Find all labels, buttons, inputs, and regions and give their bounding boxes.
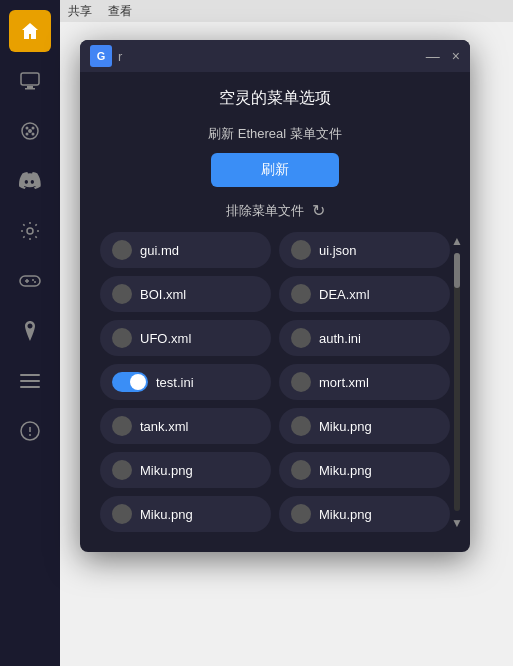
dialog-titlebar: G r — ×	[80, 40, 470, 72]
top-menubar: 共享 查看	[60, 0, 513, 22]
svg-point-20	[29, 434, 31, 436]
toggle-auth-ini[interactable]	[291, 328, 311, 348]
file-item-ufo-xml[interactable]: UFO.xml	[100, 320, 271, 356]
file-item-auth-ini[interactable]: auth.ini	[279, 320, 450, 356]
svg-point-8	[28, 129, 32, 133]
file-name-test-ini: test.ini	[156, 375, 194, 390]
file-name-miku-png-1: Miku.png	[319, 419, 372, 434]
scroll-up-arrow[interactable]: ▲	[451, 232, 463, 250]
reload-icon[interactable]: ↻	[312, 201, 325, 220]
refresh-section-label: 刷新 Ethereal 菜单文件	[100, 125, 450, 143]
file-item-miku-png-2[interactable]: Miku.png	[100, 452, 271, 488]
settings-icon[interactable]	[9, 210, 51, 252]
close-button[interactable]: ×	[452, 49, 460, 63]
gamepad-icon[interactable]	[9, 260, 51, 302]
toggle-miku-png-1[interactable]	[291, 416, 311, 436]
palette-icon[interactable]	[9, 110, 51, 152]
discord-icon[interactable]	[9, 160, 51, 202]
file-item-miku-png-5[interactable]: Miku.png	[279, 496, 450, 532]
toggle-mort-xml[interactable]	[291, 372, 311, 392]
refresh-button[interactable]: 刷新	[211, 153, 339, 187]
file-item-mort-xml[interactable]: mort.xml	[279, 364, 450, 400]
file-name-auth-ini: auth.ini	[319, 331, 361, 346]
dialog-title-area: G r	[90, 45, 122, 67]
home-icon[interactable]	[9, 10, 51, 52]
menu-share[interactable]: 共享	[68, 3, 92, 20]
file-name-ui-json: ui.json	[319, 243, 357, 258]
file-name-miku-png-2: Miku.png	[140, 463, 193, 478]
svg-point-14	[34, 281, 36, 283]
toggle-gui-md[interactable]	[112, 240, 132, 260]
scroll-track	[454, 253, 460, 511]
file-name-dea-xml: DEA.xml	[319, 287, 370, 302]
toggle-ui-json[interactable]	[291, 240, 311, 260]
file-item-miku-png-1[interactable]: Miku.png	[279, 408, 450, 444]
taskbar	[0, 0, 60, 666]
dialog-overlay: G r — × 空灵的菜单选项 刷新 Ethereal 菜单文件 刷新 排除菜单…	[60, 22, 513, 666]
svg-rect-16	[20, 380, 40, 382]
file-name-miku-png-3: Miku.png	[319, 463, 372, 478]
svg-rect-1	[27, 86, 33, 88]
toggle-tank-xml[interactable]	[112, 416, 132, 436]
file-grid: gui.md ui.json BOI.xml DEA.xml	[100, 232, 450, 532]
ethereal-menu-dialog: G r — × 空灵的菜单选项 刷新 Ethereal 菜单文件 刷新 排除菜单…	[80, 40, 470, 552]
toggle-boi-xml[interactable]	[112, 284, 132, 304]
svg-rect-10	[20, 276, 40, 286]
toggle-miku-png-2[interactable]	[112, 460, 132, 480]
file-name-boi-xml: BOI.xml	[140, 287, 186, 302]
svg-rect-17	[20, 386, 40, 388]
toggle-ufo-xml[interactable]	[112, 328, 132, 348]
svg-rect-0	[21, 73, 39, 85]
file-item-miku-png-4[interactable]: Miku.png	[100, 496, 271, 532]
file-item-dea-xml[interactable]: DEA.xml	[279, 276, 450, 312]
svg-point-9	[27, 228, 33, 234]
file-item-gui-md[interactable]: gui.md	[100, 232, 271, 268]
file-name-mort-xml: mort.xml	[319, 375, 369, 390]
minimize-button[interactable]: —	[426, 49, 440, 63]
dialog-main-title: 空灵的菜单选项	[100, 88, 450, 109]
exclude-row: 排除菜单文件 ↻	[100, 201, 450, 220]
file-name-miku-png-4: Miku.png	[140, 507, 193, 522]
svg-point-13	[32, 279, 34, 281]
file-item-ui-json[interactable]: ui.json	[279, 232, 450, 268]
hamburger-icon[interactable]	[9, 360, 51, 402]
scroll-thumb[interactable]	[454, 253, 460, 288]
file-item-boi-xml[interactable]: BOI.xml	[100, 276, 271, 312]
svg-point-4	[26, 127, 29, 130]
svg-point-5	[32, 127, 35, 130]
toggle-miku-png-3[interactable]	[291, 460, 311, 480]
file-name-gui-md: gui.md	[140, 243, 179, 258]
toggle-miku-png-5[interactable]	[291, 504, 311, 524]
file-name-tank-xml: tank.xml	[140, 419, 188, 434]
file-item-tank-xml[interactable]: tank.xml	[100, 408, 271, 444]
dialog-body: 空灵的菜单选项 刷新 Ethereal 菜单文件 刷新 排除菜单文件 ↻ gui…	[80, 72, 470, 552]
svg-point-6	[26, 133, 29, 136]
scrollbar[interactable]: ▲ ▼	[452, 232, 462, 532]
svg-rect-15	[20, 374, 40, 376]
toggle-dea-xml[interactable]	[291, 284, 311, 304]
scroll-down-arrow[interactable]: ▼	[451, 514, 463, 532]
monitor-icon[interactable]	[9, 60, 51, 102]
file-name-ufo-xml: UFO.xml	[140, 331, 191, 346]
dialog-controls: — ×	[426, 49, 460, 63]
google-translate-icon: G	[90, 45, 112, 67]
menu-view[interactable]: 查看	[108, 3, 132, 20]
file-item-test-ini[interactable]: test.ini	[100, 364, 271, 400]
svg-point-7	[32, 133, 35, 136]
file-name-miku-png-5: Miku.png	[319, 507, 372, 522]
pin-icon[interactable]	[9, 310, 51, 352]
alert-icon[interactable]	[9, 410, 51, 452]
exclude-label: 排除菜单文件	[226, 202, 304, 220]
file-item-miku-png-3[interactable]: Miku.png	[279, 452, 450, 488]
svg-rect-2	[25, 88, 35, 90]
toggle-miku-png-4[interactable]	[112, 504, 132, 524]
toggle-test-ini[interactable]	[112, 372, 148, 392]
